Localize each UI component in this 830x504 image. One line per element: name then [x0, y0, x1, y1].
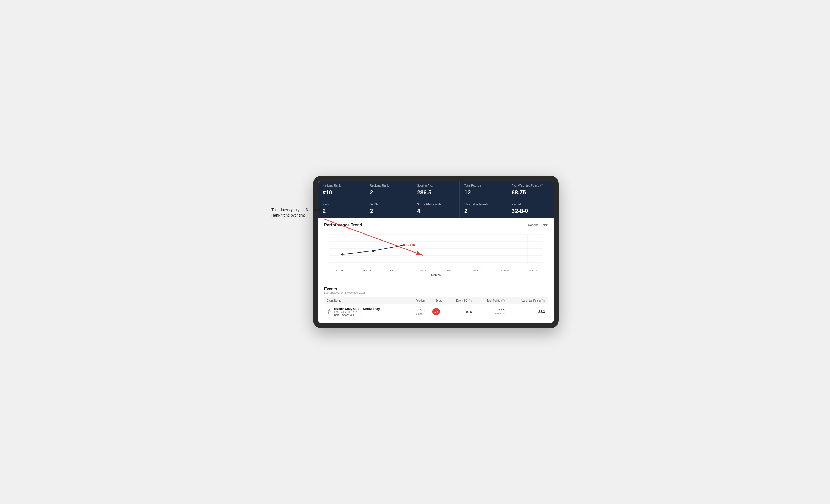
col-position: Position	[407, 297, 427, 304]
rounds-sub: 3 Rounds	[477, 312, 505, 314]
stats-row-1: National Rank #10 Regional Rank 2 Scorin…	[318, 180, 554, 199]
col-total-points: Total Points i	[475, 297, 507, 304]
stats-header: National Rank #10 Regional Rank 2 Scorin…	[318, 180, 554, 217]
info-icon-sg: i	[469, 299, 472, 302]
col-weighted-points: Weighted Points i	[507, 297, 548, 304]
table-header-row: Event Name Position Score Event SG i	[324, 297, 548, 304]
annotation-text: This shows you your National Rank trend …	[272, 207, 324, 218]
performance-chart: • #10	[324, 232, 548, 268]
rank-direction-icon: ▼	[352, 313, 355, 316]
col-event-name: Event Name	[324, 297, 407, 304]
tablet-screen: National Rank #10 Regional Rank 2 Scorin…	[318, 180, 554, 324]
stat-national-rank: National Rank #10	[318, 180, 365, 199]
weighted-points-value: 28.3	[539, 310, 545, 313]
chart-svg: • #10	[324, 232, 548, 268]
position-value: 6th	[409, 308, 425, 312]
col-event-sg: Event SG i	[445, 297, 475, 304]
events-section: Events Last updated: 24th November 2023 …	[318, 282, 554, 324]
x-label-nov23: NOV 23	[353, 269, 381, 272]
x-label-mar24: MAR 24	[464, 269, 491, 272]
trend-subtitle: National Rank	[528, 223, 548, 227]
chart-point-dec	[403, 244, 405, 246]
score-badge: -22	[433, 308, 440, 315]
event-sg-cell: 0.45	[445, 304, 475, 319]
total-points-cell: 28.3 3 Rounds	[475, 304, 507, 319]
chart-point-nov	[372, 250, 375, 252]
stat-record: Record 32-8-0	[507, 199, 554, 217]
golf-icon: 🏌	[327, 309, 332, 314]
stats-row-2: Wins 2 Top 3s 2 Stroke Play Events 4 Mat…	[318, 199, 554, 217]
weighted-points-cell: 28.3	[507, 304, 548, 319]
trend-title: Performance Trend	[324, 223, 362, 228]
page-wrapper: This shows you your National Rank trend …	[272, 176, 558, 328]
stat-stroke-play: Stroke Play Events 4	[412, 199, 459, 217]
events-last-updated: Last updated: 24th November 2023	[324, 292, 548, 294]
table-row: 🏌 Buster Cozy Cup – Stroke Play Oct 9 – …	[324, 304, 548, 319]
stat-total-rounds: Total Rounds 12	[459, 180, 507, 199]
event-name-wrapper: 🏌 Buster Cozy Cup – Stroke Play Oct 9 – …	[327, 307, 404, 316]
info-icon-tp: i	[501, 299, 505, 302]
performance-trend-section: Performance Trend National Rank	[318, 217, 554, 282]
position-sub: out of 7	[409, 312, 425, 315]
score-cell: -22	[427, 304, 445, 319]
x-label-may24: MAY 24	[519, 269, 547, 272]
stat-scoring-avg: Scoring Avg. 286.5	[412, 180, 459, 199]
event-name-cell: 🏌 Buster Cozy Cup – Stroke Play Oct 9 – …	[324, 304, 407, 319]
position-cell: 6th out of 7	[407, 304, 427, 319]
stat-top3s: Top 3s 2	[365, 199, 412, 217]
info-icon-wp: i	[542, 299, 545, 302]
x-label-dec23: DEC 23	[381, 269, 408, 272]
events-table: Event Name Position Score Event SG i	[324, 297, 548, 319]
stat-wins: Wins 2	[318, 199, 365, 217]
trend-section-header: Performance Trend National Rank	[324, 223, 548, 228]
col-score: Score	[427, 297, 445, 304]
rank-impact: Rank Impact: 3 ▼	[334, 313, 380, 316]
stat-match-play: Match Play Events 2	[459, 199, 507, 217]
x-label-apr24: APR 24	[491, 269, 519, 272]
event-name: Buster Cozy Cup – Stroke Play	[334, 307, 380, 311]
tablet-frame: National Rank #10 Regional Rank 2 Scorin…	[313, 176, 558, 328]
info-icon-avg: i	[540, 184, 543, 187]
event-date: Oct 9 – Oct 10, 2023	[334, 311, 380, 313]
chart-point-oct	[341, 253, 344, 256]
chart-x-labels: OCT 23 NOV 23 DEC 23 JAN 24 FEB 24 MAR 2…	[324, 269, 548, 272]
stat-avg-weighted: Avg. Weighted Points i 68.75	[507, 180, 554, 199]
x-label-oct23: OCT 23	[325, 269, 353, 272]
stat-regional-rank: Regional Rank 2	[365, 180, 412, 199]
x-axis-title: Months	[324, 273, 548, 276]
chart-rank-label: • #10	[408, 243, 415, 247]
x-label-jan24: JAN 24	[408, 269, 436, 272]
event-details: Buster Cozy Cup – Stroke Play Oct 9 – Oc…	[334, 307, 380, 316]
x-label-feb24: FEB 24	[436, 269, 464, 272]
events-title: Events	[324, 287, 548, 291]
